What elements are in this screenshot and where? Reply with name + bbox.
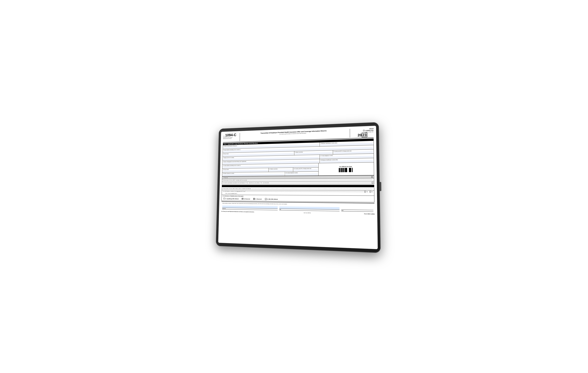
field-17-checkbox[interactable] <box>371 176 373 177</box>
form-right-block: 120118 CORRECTED OMB No. 1545-2251 2023 <box>351 128 374 137</box>
tablet-device: Form 1094-C Department of the Treasury I… <box>216 122 380 253</box>
title-label: Title <box>279 209 281 210</box>
field-13-label: 13 State or province <box>269 168 277 169</box>
perjury-text: Under penalties of perjury, I declare th… <box>222 203 373 206</box>
field-13: 13 State or province <box>269 168 293 172</box>
field-9-label: 9 Name of Designated Government Entity (… <box>223 161 246 162</box>
cert-b-label: B. Reserved <box>244 198 250 199</box>
field-19-dots <box>270 183 371 183</box>
bar-3 <box>341 168 342 172</box>
corrected-checkbox[interactable] <box>363 130 365 131</box>
row-11-official: 11 Street address (including room or sui… <box>222 162 374 176</box>
field-15-value[interactable] <box>223 174 284 176</box>
bar-7 <box>349 168 351 172</box>
form-title-block: Transmittal of Employer-Provided Health … <box>240 129 350 141</box>
field-5: 5 State or province <box>294 150 333 155</box>
part1-label: Part I <box>224 143 227 145</box>
bar-5 <box>344 168 345 172</box>
date-label: Date <box>341 210 343 211</box>
cert-c-label: C. Reserved <box>255 198 262 200</box>
cert-c: C. Reserved <box>253 198 262 200</box>
field-19-checkbox[interactable] <box>372 182 373 183</box>
field-16: 16 Contact telephone number <box>285 172 318 176</box>
form-label: Form <box>223 135 225 137</box>
field-21-note: If "No," do not complete Part IV. <box>223 193 237 194</box>
field-10-label: 10 Employer identification number (EIN) <box>320 159 338 161</box>
year-23: 23 <box>362 133 367 137</box>
field-18-label: 18 Total number of Forms 1095-C submitte… <box>223 180 247 181</box>
signature-input[interactable] <box>222 206 278 209</box>
field-21-yes-label: Yes <box>366 191 368 193</box>
field-18-dots <box>248 180 372 180</box>
footer-form-number: Form 1094-C (2023) <box>364 213 374 215</box>
cert-b: B. Reserved <box>242 198 250 200</box>
official-use-block: For Official Use Only <box>318 162 374 176</box>
title-line-block: Title <box>279 207 339 211</box>
part2-header <box>222 185 374 187</box>
field-5-label: 5 State or province <box>295 152 303 153</box>
field-13-value[interactable] <box>269 170 292 172</box>
field-20-dots <box>252 189 373 189</box>
cat-number: Cat. No. 61571A <box>304 212 311 214</box>
field-14: 14 Country and ZIP or foreign postal cod… <box>293 167 318 172</box>
signature-row: Signature Title Date <box>222 206 373 212</box>
cert-c-checkbox[interactable] <box>253 198 255 200</box>
cert-d-checkbox[interactable] <box>265 198 267 200</box>
date-input[interactable] <box>341 207 373 210</box>
field-15: 15 Name of person to contact <box>222 172 285 176</box>
field-14-value[interactable] <box>294 169 317 171</box>
field-14-label: 14 Country and ZIP or foreign postal cod… <box>294 168 311 169</box>
field-21-main: 21 Is ALE Member a member of an Aggregat… <box>223 191 373 193</box>
year-2: 20 <box>357 133 362 137</box>
field-1-label: 1 Name of ALE Member (Employer) <box>223 145 237 147</box>
form-prefix: Form 1094-C <box>223 133 239 137</box>
privacy-note: For Privacy Act and Paperwork Reduction … <box>221 211 254 212</box>
title-input[interactable] <box>279 207 339 210</box>
bar-4 <box>342 168 344 172</box>
field-21-yes-item: Yes <box>364 191 368 192</box>
cert-d: D. 98% Offer Method <box>265 198 278 200</box>
field-7-label: 7 Name of person to contact <box>223 157 234 158</box>
bar-6 <box>345 168 347 172</box>
signature-line-block: Signature <box>222 206 278 210</box>
field-19-row: 19 Is this the authoritative transmittal… <box>222 181 374 185</box>
fields-1-2-container: 1 Name of ALE Member (Employer) 2 Employ… <box>222 141 374 177</box>
cert-b-checkbox[interactable] <box>242 198 243 200</box>
field-21-yes-checkbox[interactable] <box>364 191 366 192</box>
bar-1 <box>339 168 340 172</box>
bar-2 <box>340 168 341 172</box>
field-4-label: 4 City or town <box>223 153 229 154</box>
field-21-no-checkbox[interactable] <box>369 191 371 192</box>
field-21-no-item: No <box>369 191 373 192</box>
field-17-dots <box>229 177 370 178</box>
row-15-16: 15 Name of person to contact 16 Contact … <box>222 172 318 176</box>
cert-a: A. Qualifying Offer Method <box>223 198 239 200</box>
field-12-value[interactable] <box>223 170 268 172</box>
cert-a-checkbox[interactable] <box>223 198 225 200</box>
official-use-title: For Official Use Only <box>339 166 352 167</box>
field-2-label: 2 Employer identification number (EIN) <box>320 143 337 144</box>
form-content[interactable]: Form 1094-C Department of the Treasury I… <box>218 126 378 249</box>
field-21-dots <box>246 191 363 192</box>
cert-a-label: A. Qualifying Offer Method <box>226 198 239 199</box>
field-22-label: 22 Certifications of Eligibility (select… <box>222 196 243 197</box>
form-number-block: Form 1094-C Department of the Treasury I… <box>223 133 239 142</box>
bar-8 <box>352 168 352 172</box>
field-16-value[interactable] <box>285 173 317 175</box>
tablet-screen: Form 1094-C Department of the Treasury I… <box>218 126 378 249</box>
sig-label: Signature <box>222 208 226 209</box>
field-20-label: 20 Total number of Forms 1095-C filed by… <box>222 188 251 189</box>
field-5-value[interactable] <box>295 152 332 155</box>
field-17-label: 17 Reserved <box>223 177 228 178</box>
field-21-no-label: No <box>371 191 373 193</box>
field-15-label: 15 Name of person to contact <box>223 173 234 174</box>
field-12-label: 12 City or town <box>223 169 229 170</box>
tablet-power-button[interactable] <box>380 182 381 191</box>
field-12: 12 City or town <box>222 168 269 172</box>
form-number: 1094-C <box>225 133 236 137</box>
cert-row: A. Qualifying Offer Method B. Reserved C… <box>222 197 373 202</box>
cert-d-label: D. 98% Offer Method <box>267 198 278 200</box>
field-16-label: 16 Contact telephone number <box>285 172 298 173</box>
field-21-label: 21 Is ALE Member a member of an Aggregat… <box>223 191 246 192</box>
field-6-value[interactable] <box>334 151 373 154</box>
